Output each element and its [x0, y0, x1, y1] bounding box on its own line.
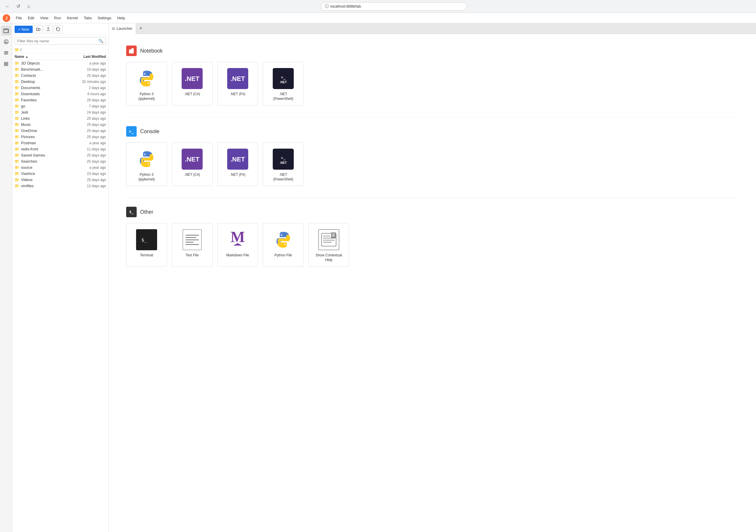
- search-input[interactable]: [17, 39, 98, 43]
- list-item[interactable]: 📁 Documents 2 days ago: [12, 85, 108, 91]
- card-textfile[interactable]: Text File: [172, 223, 213, 267]
- list-item[interactable]: 📁 source a year ago: [12, 164, 108, 171]
- svg-point-32: [148, 163, 149, 165]
- list-item[interactable]: 📁 Pictures 25 days ago: [12, 134, 108, 140]
- section-console: >_ Console: [126, 126, 739, 198]
- svg-text:$_: $_: [141, 237, 147, 243]
- section-divider: [126, 198, 739, 198]
- item-name: Music: [21, 122, 74, 127]
- card-label-net-fsharp: .NET (F#): [230, 92, 245, 97]
- card-net-csharp[interactable]: .NET .NET (C#): [172, 62, 213, 105]
- list-item[interactable]: 📁 Saved Games 25 days ago: [12, 152, 108, 158]
- item-name: Pictures: [21, 135, 74, 139]
- info-icon: ⓘ: [325, 4, 329, 9]
- home-button[interactable]: ⌂: [24, 2, 33, 11]
- card-icon-net-fsharp: .NET: [227, 148, 248, 170]
- item-name: Downloads: [21, 92, 74, 96]
- menu-run[interactable]: Run: [51, 14, 64, 22]
- list-item[interactable]: 📁 Benchmark... 10 days ago: [12, 66, 108, 72]
- item-name: OneDrive: [21, 128, 74, 133]
- list-item[interactable]: 📁 Searches 25 days ago: [12, 158, 108, 164]
- refresh-button[interactable]: ↺: [14, 2, 22, 11]
- sidebar-running-btn[interactable]: [1, 37, 11, 47]
- item-date: 25 days ago: [74, 129, 106, 133]
- card-icon-textfile: [182, 229, 202, 250]
- list-item[interactable]: 📁 Favorites 25 days ago: [12, 97, 108, 103]
- section-divider: [126, 117, 739, 118]
- menu-view[interactable]: View: [37, 14, 51, 22]
- list-item[interactable]: 📁 Videos 25 days ago: [12, 177, 108, 183]
- menu-help[interactable]: Help: [114, 14, 128, 22]
- sidebar-icons: [0, 23, 12, 532]
- list-item[interactable]: 📁 Music 25 days ago: [12, 121, 108, 128]
- list-item[interactable]: 📁 go 7 days ago: [12, 103, 108, 109]
- svg-point-23: [148, 83, 149, 84]
- card-python3[interactable]: Python 3(ipykernel): [126, 143, 167, 186]
- item-date: 23 days ago: [74, 172, 106, 176]
- card-net-fsharp[interactable]: .NET .NET (F#): [217, 143, 258, 186]
- card-label-textfile: Text File: [186, 253, 199, 258]
- back-button[interactable]: ←: [4, 2, 12, 11]
- textfile-icon: [182, 229, 202, 250]
- card-terminal[interactable]: $_ Terminal: [126, 223, 167, 267]
- net-powershell-icon: >_ .NET: [273, 148, 294, 170]
- menu-settings[interactable]: Settings: [94, 14, 114, 22]
- browser-chrome: ← ↺ ⌂ ⓘ localhost:8888/lab: [0, 0, 756, 13]
- card-label-python3: Python 3(ipykernel): [138, 92, 155, 101]
- card-help[interactable]: Show ContextualHelp: [308, 223, 349, 267]
- item-date: a year ago: [74, 61, 106, 66]
- menu-tabs[interactable]: Tabs: [81, 14, 94, 22]
- upload-button[interactable]: [44, 25, 53, 33]
- list-item[interactable]: 📁 vimfiles 13 days ago: [12, 183, 108, 189]
- list-item[interactable]: 📁 Jedi 24 days ago: [12, 109, 108, 115]
- menu-edit[interactable]: Edit: [25, 14, 37, 22]
- menu-kernel[interactable]: Kernel: [64, 14, 81, 22]
- menu-file[interactable]: File: [13, 14, 25, 22]
- item-date: 11 days ago: [74, 147, 106, 151]
- card-net-powershell[interactable]: >_ .NET .NET(PowerShell): [263, 143, 304, 186]
- card-markdown[interactable]: M Markdown File: [217, 223, 258, 267]
- svg-rect-8: [4, 51, 8, 52]
- folder-icon: 📁: [14, 122, 19, 127]
- svg-text:.NET: .NET: [280, 80, 287, 84]
- list-item[interactable]: 📁 Postman a year ago: [12, 140, 108, 146]
- new-button[interactable]: + New: [14, 26, 33, 33]
- cards-row-notebook: Python 3(ipykernel) .NET .NET (C#): [126, 62, 739, 105]
- add-tab-button[interactable]: +: [136, 24, 146, 33]
- card-icon-python3: [136, 148, 157, 170]
- item-name: Jedi: [21, 110, 74, 115]
- list-item[interactable]: 📁 OneDrive 25 days ago: [12, 128, 108, 134]
- net-csharp-icon: .NET: [182, 148, 202, 170]
- section-header-notebook: Notebook: [126, 45, 739, 56]
- card-net-csharp[interactable]: .NET .NET (C#): [172, 143, 213, 186]
- sidebar-extensions-btn[interactable]: [1, 59, 11, 69]
- svg-point-31: [144, 154, 146, 155]
- launcher: Notebook: [109, 34, 756, 532]
- launcher-tab[interactable]: ⧉ Launcher: [109, 23, 136, 34]
- sidebar-files-btn[interactable]: [1, 26, 11, 36]
- list-item[interactable]: 📁 Desktop 32 minutes ago: [12, 79, 108, 85]
- app-layout: + New: [0, 23, 756, 532]
- new-folder-button[interactable]: [34, 25, 42, 33]
- list-item[interactable]: 📁 Contacts 25 days ago: [12, 72, 108, 79]
- col-name-header[interactable]: Name ▲: [14, 55, 74, 59]
- item-name: Benchmark...: [21, 67, 74, 71]
- item-date: 25 days ago: [74, 178, 106, 182]
- list-item[interactable]: 📁 Links 25 days ago: [12, 115, 108, 121]
- new-btn-label: +: [18, 27, 20, 32]
- refresh-files-button[interactable]: [54, 25, 63, 33]
- card-pyfile[interactable]: Python File: [263, 223, 304, 267]
- card-net-powershell[interactable]: >_ .NET .NET(PowerShell): [263, 62, 304, 105]
- folder-icon: 📁: [14, 159, 19, 164]
- card-python3[interactable]: Python 3(ipykernel): [126, 62, 167, 105]
- card-net-fsharp[interactable]: .NET .NET (F#): [217, 62, 258, 105]
- list-item[interactable]: 📁 Downloads 6 hours ago: [12, 91, 108, 97]
- card-icon-help: [318, 229, 339, 250]
- svg-rect-48: [323, 240, 335, 241]
- help-icon: [318, 229, 339, 250]
- list-item[interactable]: 📁 Viasfora 23 days ago: [12, 171, 108, 177]
- section-icon-other: $_: [126, 207, 137, 217]
- sidebar-commands-btn[interactable]: [1, 48, 11, 58]
- list-item[interactable]: 📁 redis-front 11 days ago: [12, 146, 108, 152]
- list-item[interactable]: 📁 3D Objects a year ago: [12, 60, 108, 66]
